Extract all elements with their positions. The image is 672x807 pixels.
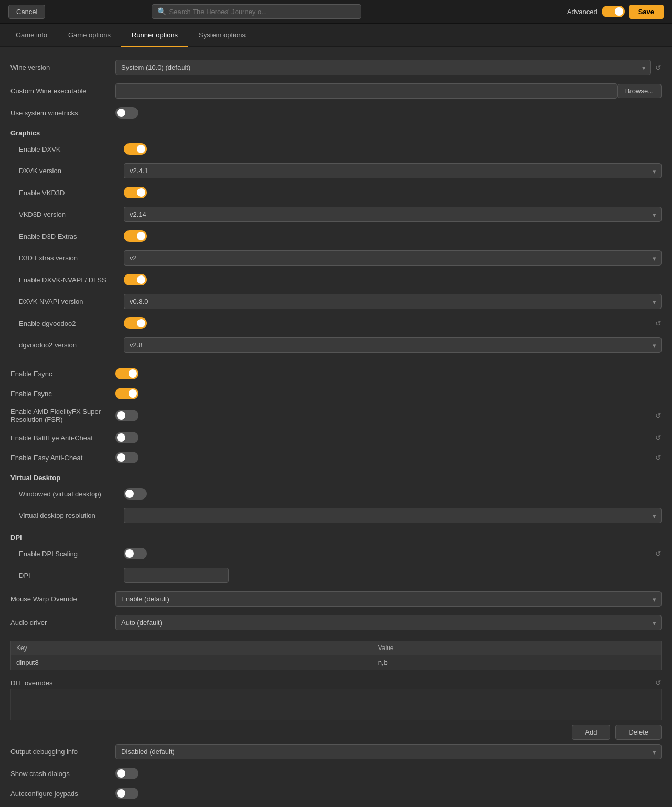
tab-game-info[interactable]: Game info [5, 24, 58, 47]
use-winetricks-toggle[interactable] [115, 107, 138, 119]
show-crash-dialogs-label: Show crash dialogs [10, 770, 115, 778]
enable-dxvk-row: Enable DXVK [19, 139, 662, 159]
dgvoodoo2-version-select[interactable]: v2.8 [124, 337, 662, 353]
enable-dxvk-nvapi-toggle[interactable] [124, 274, 147, 285]
dpi-input[interactable] [124, 568, 229, 583]
output-debugging-select-wrap: Disabled (default) ▾ [115, 744, 662, 759]
vd-resolution-select[interactable] [124, 508, 662, 523]
enable-dgvoodoo2-row: Enable dgvoodoo2 ↺ [19, 313, 662, 333]
enable-dxvk-toggle[interactable] [124, 143, 147, 155]
mouse-warp-label: Mouse Warp Override [10, 595, 115, 603]
save-button[interactable]: Save [629, 5, 664, 19]
enable-dgvoodoo2-reset-icon[interactable]: ↺ [655, 319, 662, 327]
enable-dgvoodoo2-label: Enable dgvoodoo2 [19, 320, 124, 327]
custom-wine-input[interactable] [115, 83, 617, 99]
enable-fsr-toggle[interactable] [115, 410, 138, 421]
audio-driver-select-wrap: Auto (default) ▾ [115, 615, 662, 630]
enable-dxvk-nvapi-label: Enable DXVK-NVAPI / DLSS [19, 276, 124, 284]
enable-dpi-scaling-toggle[interactable] [124, 548, 147, 559]
audio-driver-row: Audio driver Auto (default) ▾ [10, 611, 662, 634]
show-crash-dialogs-control [115, 768, 662, 779]
add-button[interactable]: Add [572, 725, 610, 740]
mouse-warp-select[interactable]: Enable (default) [115, 591, 662, 607]
enable-fsync-toggle[interactable] [115, 388, 138, 399]
dxvk-nvapi-version-label: DXVK NVAPI version [19, 298, 124, 305]
windowed-vd-control [124, 488, 662, 500]
d3d-extras-version-select[interactable]: v2 [124, 250, 662, 266]
vd-resolution-control: ▾ [124, 508, 662, 523]
output-debugging-select[interactable]: Disabled (default) [115, 744, 662, 759]
search-input[interactable] [169, 8, 356, 16]
enable-battleye-reset-icon[interactable]: ↺ [655, 433, 662, 442]
vd-resolution-label: Virtual desktop resolution [19, 512, 124, 519]
enable-battleye-toggle[interactable] [115, 432, 138, 443]
dxvk-version-row: DXVK version v2.4.1 ▾ [19, 159, 662, 183]
enable-dpi-scaling-control [124, 548, 651, 559]
advanced-toggle[interactable] [602, 6, 625, 17]
enable-eac-control [115, 452, 651, 463]
enable-vkd3d-row: Enable VKD3D [19, 183, 662, 203]
enable-dgvoodoo2-toggle[interactable] [124, 317, 147, 329]
dll-table-value-header: Value [373, 641, 662, 655]
output-debugging-control: Disabled (default) ▾ [115, 744, 662, 759]
browse-button[interactable]: Browse... [617, 84, 662, 98]
enable-battleye-row: Enable BattlEye Anti-Cheat ↺ [10, 428, 662, 448]
enable-eac-toggle[interactable] [115, 452, 138, 463]
dxvk-version-select-wrap: v2.4.1 ▾ [124, 163, 662, 178]
tab-game-options[interactable]: Game options [58, 24, 121, 47]
dxvk-version-label: DXVK version [19, 167, 124, 175]
dll-overrides-area [10, 689, 662, 720]
autoconfigure-joypads-control [115, 788, 662, 799]
table-row: dinput8 n,b [11, 655, 662, 670]
enable-esync-row: Enable Esync [10, 364, 662, 384]
show-crash-dialogs-toggle[interactable] [115, 768, 138, 779]
advanced-area: Advanced Save [567, 5, 664, 19]
dxvk-version-select[interactable]: v2.4.1 [124, 163, 662, 178]
dll-overrides-reset-icon[interactable]: ↺ [655, 678, 662, 687]
dgvoodoo2-version-select-wrap: v2.8 ▾ [124, 337, 662, 353]
vkd3d-version-select-wrap: v2.14 ▾ [124, 207, 662, 222]
enable-fsr-reset-icon[interactable]: ↺ [655, 411, 662, 420]
tab-system-options[interactable]: System options [188, 24, 256, 47]
vkd3d-version-select[interactable]: v2.14 [124, 207, 662, 222]
dgvoodoo2-version-label: dgvoodoo2 version [19, 341, 124, 349]
use-winetricks-label: Use system winetricks [10, 109, 115, 117]
dll-buttons: Add Delete [10, 725, 662, 740]
delete-button[interactable]: Delete [615, 725, 662, 740]
use-winetricks-row: Use system winetricks [10, 103, 662, 123]
wine-version-reset-icon[interactable]: ↺ [655, 63, 662, 72]
d3d-extras-version-label: D3D Extras version [19, 254, 124, 262]
dpi-header: DPI [10, 527, 662, 544]
header: Cancel 🔍 Advanced Save [0, 0, 672, 24]
audio-driver-select[interactable]: Auto (default) [115, 615, 662, 630]
cancel-button[interactable]: Cancel [8, 5, 45, 19]
search-bar: 🔍 [152, 4, 361, 19]
enable-dpi-scaling-reset-icon[interactable]: ↺ [655, 549, 662, 558]
enable-dxvk-control [124, 143, 662, 155]
enable-vkd3d-toggle[interactable] [124, 187, 147, 198]
enable-esync-label: Enable Esync [10, 370, 115, 378]
dxvk-nvapi-version-control: v0.8.0 ▾ [124, 294, 662, 309]
dxvk-nvapi-version-select[interactable]: v0.8.0 [124, 294, 662, 309]
autoconfigure-joypads-row: Autoconfigure joypads [10, 783, 662, 803]
enable-d3d-extras-toggle[interactable] [124, 230, 147, 242]
wine-version-select[interactable]: System (10.0) (default) [115, 60, 651, 75]
graphics-header: Graphics [10, 123, 662, 139]
use-winetricks-control [115, 107, 662, 119]
dgvoodoo2-version-row: dgvoodoo2 version v2.8 ▾ [19, 333, 662, 357]
enable-dpi-scaling-row: Enable DPI Scaling ↺ [19, 544, 662, 564]
dpi-value-row: DPI [19, 564, 662, 587]
enable-fsr-control [115, 410, 651, 421]
vkd3d-version-control: v2.14 ▾ [124, 207, 662, 222]
custom-wine-label: Custom Wine executable [10, 87, 115, 95]
virtual-desktop-header: Virtual Desktop [10, 468, 662, 484]
enable-eac-reset-icon[interactable]: ↺ [655, 453, 662, 462]
autoconfigure-joypads-toggle[interactable] [115, 788, 138, 799]
output-debugging-label: Output debugging info [10, 748, 115, 756]
tab-runner-options[interactable]: Runner options [121, 24, 188, 47]
windowed-vd-toggle[interactable] [124, 488, 147, 500]
enable-esync-toggle[interactable] [115, 368, 138, 379]
enable-dgvoodoo2-control [124, 317, 651, 329]
dgvoodoo2-version-control: v2.8 ▾ [124, 337, 662, 353]
wine-version-label: Wine version [10, 63, 115, 71]
